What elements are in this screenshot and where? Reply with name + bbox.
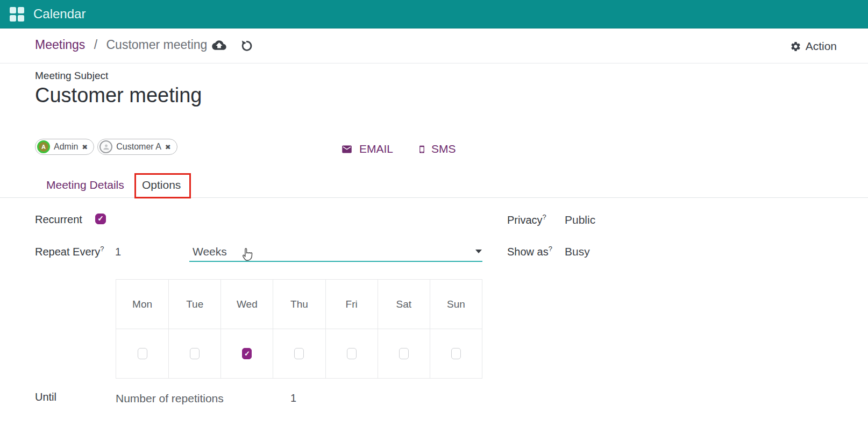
- app-window: Calendar Meetings / Customer meeting: [0, 0, 868, 441]
- repeat-interval-input[interactable]: 1: [115, 246, 121, 258]
- help-marker: ?: [543, 213, 546, 221]
- show-as-select[interactable]: Busy: [565, 245, 590, 258]
- privacy-label: Privacy?: [507, 213, 546, 226]
- action-menu-label: Action: [806, 40, 837, 53]
- breadcrumb-meetings-link[interactable]: Meetings: [35, 38, 85, 52]
- weekday-checkbox-mon[interactable]: [138, 348, 147, 359]
- attendees-field: A Admin ✖ Customer A ✖: [35, 139, 177, 155]
- send-email-button[interactable]: EMAIL: [340, 143, 393, 155]
- select-focus-underline: [189, 261, 482, 262]
- weekday-checkbox-sat[interactable]: [399, 348, 409, 359]
- weekday-checkbox-tue[interactable]: [190, 348, 200, 359]
- weekday-header-sun: Sun: [430, 280, 482, 329]
- tab-options[interactable]: Options: [142, 179, 181, 191]
- chevron-down-icon[interactable]: [475, 250, 482, 253]
- mouse-cursor-icon: [240, 245, 254, 262]
- communication-buttons: EMAIL SMS: [340, 143, 456, 155]
- discard-changes-button[interactable]: [240, 39, 253, 52]
- weekday-header-sat: Sat: [378, 280, 430, 329]
- weekday-header-mon: Mon: [116, 280, 168, 329]
- meeting-subject-input[interactable]: Customer meeting: [35, 84, 202, 107]
- weekday-table: Mon Tue Wed Thu Fri Sat Sun: [116, 279, 482, 379]
- app-title[interactable]: Calendar: [33, 6, 86, 22]
- weekday-header-tue: Tue: [168, 280, 220, 329]
- weekday-checkbox-sun[interactable]: [451, 348, 461, 359]
- attendee-name: Admin: [54, 142, 78, 152]
- top-navbar: Calendar: [0, 0, 868, 29]
- smartphone-icon: [418, 143, 426, 155]
- repetitions-count-input[interactable]: 1: [290, 392, 296, 404]
- recurrent-label: Recurrent: [35, 214, 82, 226]
- recurrent-checkbox[interactable]: [95, 214, 106, 224]
- weekday-checkbox-thu[interactable]: [294, 348, 304, 359]
- meeting-subject-label: Meeting Subject: [35, 70, 108, 82]
- weekday-header-fri: Fri: [325, 280, 378, 329]
- apps-grid-icon[interactable]: [10, 7, 24, 22]
- weekday-header-wed: Wed: [220, 280, 273, 329]
- tab-meeting-details[interactable]: Meeting Details: [46, 179, 124, 191]
- person-avatar-icon: [99, 140, 112, 153]
- privacy-select[interactable]: Public: [565, 214, 595, 226]
- action-menu-button[interactable]: Action: [790, 40, 837, 53]
- attendee-tag-customer[interactable]: Customer A ✖: [97, 139, 177, 155]
- remove-attendee-icon[interactable]: ✖: [165, 143, 171, 151]
- show-as-label: Show as?: [507, 245, 552, 258]
- repeat-unit-select[interactable]: Weeks: [193, 245, 227, 258]
- undo-icon: [240, 39, 253, 52]
- help-marker: ?: [100, 245, 104, 253]
- send-sms-button[interactable]: SMS: [418, 143, 456, 155]
- notebook-tabs: Meeting Details Options: [0, 173, 868, 198]
- until-type-select[interactable]: Number of repetitions: [116, 392, 224, 405]
- breadcrumb-current: Customer meeting: [106, 38, 208, 52]
- breadcrumb: Meetings / Customer meeting: [35, 38, 207, 52]
- remove-attendee-icon[interactable]: ✖: [82, 143, 88, 151]
- until-label: Until: [35, 391, 56, 403]
- weekday-checkbox-fri[interactable]: [347, 348, 357, 359]
- gear-icon: [790, 41, 801, 52]
- envelope-icon: [340, 144, 354, 155]
- control-panel: Meetings / Customer meeting: [0, 29, 868, 63]
- attendee-tag-admin[interactable]: A Admin ✖: [35, 139, 94, 155]
- attendee-name: Customer A: [116, 142, 161, 152]
- breadcrumb-separator: /: [94, 38, 97, 52]
- weekday-checkbox-wed[interactable]: [242, 348, 252, 359]
- repeat-every-label: Repeat Every?: [35, 245, 104, 258]
- sms-button-label: SMS: [431, 143, 456, 155]
- save-changes-button[interactable]: [212, 39, 226, 51]
- weekday-header-thu: Thu: [273, 280, 325, 329]
- cloud-upload-icon: [212, 39, 226, 51]
- help-marker: ?: [549, 245, 552, 253]
- email-button-label: EMAIL: [359, 143, 393, 155]
- avatar: A: [37, 140, 50, 153]
